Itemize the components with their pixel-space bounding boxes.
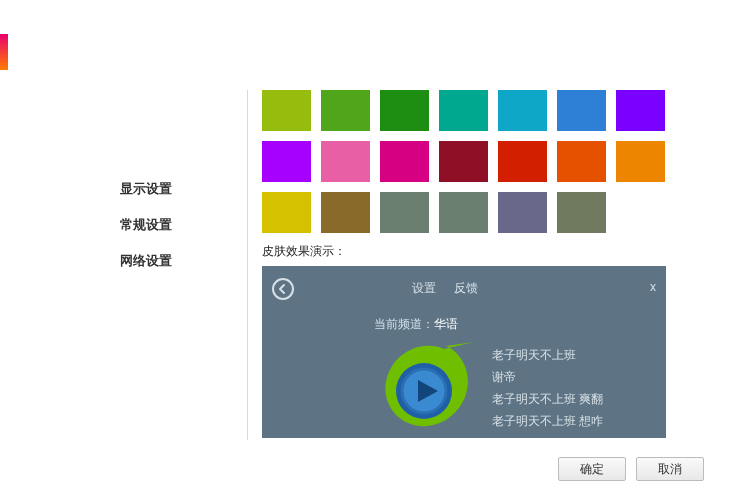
preview-link-settings[interactable]: 设置 <box>412 280 436 297</box>
preview-panel: 设置 反馈 x 当前频道：华语 老子明天不上班 谢帝 老子明天不上班 爽翻 老子… <box>262 266 666 438</box>
preview-link-feedback[interactable]: 反馈 <box>454 280 478 297</box>
accent-bar <box>0 34 8 70</box>
sidebar-item-general[interactable]: 常规设置 <box>120 216 220 234</box>
sidebar-item-network[interactable]: 网络设置 <box>120 252 220 270</box>
channel-line: 当前频道：华语 <box>374 316 458 333</box>
color-swatch[interactable] <box>321 192 370 233</box>
ok-button[interactable]: 确定 <box>558 457 626 481</box>
footer: 确定 取消 <box>558 457 704 481</box>
track-item: 老子明天不上班 想咋 <box>492 410 603 432</box>
back-icon[interactable] <box>272 278 294 300</box>
preview-label: 皮肤效果演示： <box>262 243 666 260</box>
channel-label: 当前频道： <box>374 317 434 331</box>
channel-value: 华语 <box>434 317 458 331</box>
track-list: 老子明天不上班 谢帝 老子明天不上班 爽翻 老子明天不上班 想咋 <box>492 344 603 432</box>
color-swatch[interactable] <box>262 192 311 233</box>
track-item: 老子明天不上班 爽翻 <box>492 388 603 410</box>
color-swatch[interactable] <box>262 90 311 131</box>
play-icon[interactable] <box>376 336 476 436</box>
color-swatch[interactable] <box>380 192 429 233</box>
color-swatch[interactable] <box>498 90 547 131</box>
cancel-button[interactable]: 取消 <box>636 457 704 481</box>
color-swatch[interactable] <box>557 192 606 233</box>
track-item: 谢帝 <box>492 366 603 388</box>
color-swatch[interactable] <box>439 90 488 131</box>
color-swatch[interactable] <box>439 141 488 182</box>
track-item: 老子明天不上班 <box>492 344 603 366</box>
color-swatch[interactable] <box>380 141 429 182</box>
swatch-row-1 <box>262 90 666 131</box>
color-swatch[interactable] <box>498 192 547 233</box>
color-swatch[interactable] <box>498 141 547 182</box>
color-swatch[interactable] <box>262 141 311 182</box>
swatch-row-3 <box>262 192 666 233</box>
swatch-row-2 <box>262 141 666 182</box>
color-swatch[interactable] <box>557 90 606 131</box>
color-swatch[interactable] <box>616 141 665 182</box>
sidebar-item-display[interactable]: 显示设置 <box>120 180 220 198</box>
color-swatch[interactable] <box>321 141 370 182</box>
color-swatch[interactable] <box>439 192 488 233</box>
sidebar: 显示设置 常规设置 网络设置 <box>120 180 220 288</box>
color-swatch[interactable] <box>557 141 606 182</box>
content: 皮肤效果演示： 设置 反馈 x 当前频道：华语 <box>262 90 666 438</box>
color-swatch[interactable] <box>321 90 370 131</box>
close-icon[interactable]: x <box>650 280 656 294</box>
divider <box>247 90 248 440</box>
color-swatch[interactable] <box>380 90 429 131</box>
color-swatch[interactable] <box>616 90 665 131</box>
